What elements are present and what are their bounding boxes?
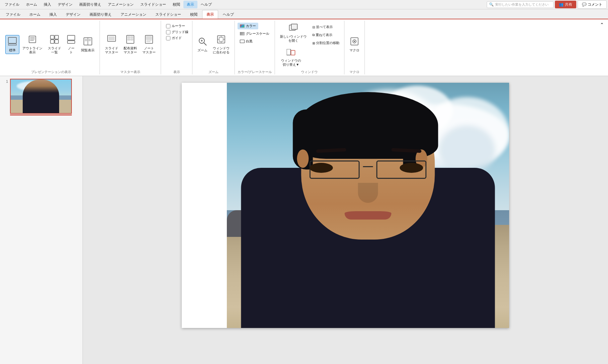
grid-checkbox-label[interactable]: グリッド線	[165, 29, 189, 35]
show-items: ルーラー グリッド線 ガイド	[164, 21, 189, 68]
note-master-label: ノートマスター	[142, 46, 156, 54]
ribbon-tab-表示[interactable]: 表示	[202, 10, 218, 19]
group-label-master: マスター表示	[120, 70, 140, 74]
reading-view-button[interactable]: 閲覧表示	[79, 35, 97, 54]
svg-rect-2	[29, 36, 36, 43]
arrange-icon: ⊟	[312, 25, 315, 29]
menu-item-画面切り替え[interactable]: 画面切り替え	[76, 1, 105, 8]
split-button[interactable]: ⊞ 分割位置の移動	[310, 39, 341, 47]
monochrome-button[interactable]: 白黒	[238, 38, 255, 45]
note-master-button[interactable]: ノートマスター	[140, 33, 158, 56]
ribbon-group-zoom: ズーム ウィンドウに合わせる ズーム	[192, 21, 235, 74]
menu-item-スライドショー[interactable]: スライドショー	[137, 1, 169, 8]
svg-rect-11	[67, 41, 75, 43]
color-button[interactable]: カラー	[238, 23, 258, 29]
macro-label: マクロ	[349, 48, 359, 52]
ribbon-tab-ホーム[interactable]: ホーム	[25, 10, 45, 19]
ribbon-group-master: スライドマスター 配布資料マスター ノートマスター マスター表示	[100, 21, 161, 74]
ribbon-tab-ヘルプ[interactable]: ヘルプ	[218, 10, 238, 19]
menu-item-校閲[interactable]: 校閲	[169, 1, 183, 8]
fit-window-label: ウィンドウに合わせる	[213, 46, 230, 54]
color-swatch	[240, 24, 245, 28]
svg-rect-10	[67, 35, 75, 40]
ribbon-group-show: ルーラー グリッド線 ガイド 表示	[161, 21, 192, 74]
share-icon: 👥	[559, 2, 564, 7]
svg-rect-40	[291, 24, 297, 29]
new-window-button[interactable]: 新しいウィンドウを開く	[278, 22, 309, 44]
handout-master-icon	[126, 35, 135, 46]
slide-white-left	[182, 83, 227, 328]
reading-view-label: 閲覧表示	[81, 48, 95, 52]
main-slide-area[interactable]	[83, 76, 608, 364]
ribbon-tab-ファイル[interactable]: ファイル	[1, 10, 25, 19]
ruler-checkbox-label[interactable]: ルーラー	[165, 23, 186, 29]
search-bar[interactable]: 🔍 実行したい作業を入力してください	[487, 1, 554, 8]
switch-window-label: ウィンドウの切り替え▼	[281, 59, 301, 67]
slide-stage[interactable]	[182, 83, 509, 328]
search-icon: 🔍	[489, 2, 494, 7]
ribbon-tab-アニメーション[interactable]: アニメーション	[116, 10, 151, 19]
split-label: 分割位置の移動	[316, 41, 339, 45]
ribbon-tab-スライドショー[interactable]: スライドショー	[151, 10, 185, 19]
new-window-label: 新しいウィンドウを開く	[280, 35, 307, 43]
menu-item-ヘルプ[interactable]: ヘルプ	[197, 1, 215, 8]
slide-indicator-1	[10, 114, 72, 115]
ribbon-group-presentation-view: 標準 アウトライン表示 スライド一覧	[3, 21, 100, 74]
ribbon-collapse-area: ⌃	[599, 21, 605, 74]
ribbon-tab-挿入[interactable]: 挿入	[45, 10, 61, 19]
ribbon-tab-画面切り替え[interactable]: 画面切り替え	[85, 10, 116, 19]
note-button[interactable]: ノート	[64, 33, 78, 56]
ribbon-tab-校閲[interactable]: 校閲	[186, 10, 202, 19]
zoom-button[interactable]: ズーム	[195, 35, 210, 54]
slide-list-button[interactable]: スライド一覧	[45, 33, 63, 56]
menu-item-表示[interactable]: 表示	[183, 1, 197, 8]
slide-list-icon	[50, 35, 59, 46]
menu-bar: ファイルホーム挿入デザイン画面切り替えアニメーションスライドショー校閲表示ヘルプ…	[0, 0, 608, 9]
group-label-presentation: プレゼンテーションの表示	[31, 70, 71, 74]
guide-checkbox-label[interactable]: ガイド	[165, 35, 183, 41]
standard-view-icon	[8, 37, 17, 48]
ruler-label: ルーラー	[172, 24, 185, 28]
group-label-zoom: ズーム	[208, 70, 218, 74]
ribbon-group-color: カラー グレースケール 白黒 カラー/グレースケール	[235, 21, 275, 74]
slide-master-icon	[107, 35, 116, 46]
slide-thumb-container[interactable]	[10, 79, 72, 115]
svg-rect-24	[131, 39, 133, 40]
cascade-button[interactable]: ⧉ 重ねて表示	[310, 31, 341, 39]
svg-point-45	[354, 41, 355, 42]
handout-master-button[interactable]: 配布資料マスター	[121, 33, 139, 56]
switch-window-button[interactable]: ウィンドウの切り替え▼	[278, 47, 304, 68]
note-icon	[66, 35, 76, 46]
slide-panel: 1	[0, 76, 83, 364]
ribbon-group-window: 新しいウィンドウを開く ⊟ 並べて表示 ⧉ 重ねて表示 ⊞	[275, 21, 344, 74]
guide-checkbox[interactable]	[166, 36, 170, 40]
outline-view-button[interactable]: アウトライン表示	[20, 33, 45, 56]
fit-window-button[interactable]: ウィンドウに合わせる	[210, 33, 232, 56]
comment-button[interactable]: 💬 コメント	[578, 0, 607, 9]
ribbon-collapse-button[interactable]: ⌃	[600, 22, 604, 27]
monochrome-label: 白黒	[246, 39, 253, 44]
slide-thumbnail-1[interactable]	[10, 79, 72, 114]
menu-item-ファイル[interactable]: ファイル	[1, 1, 23, 8]
search-placeholder: 実行したい作業を入力してください	[495, 2, 549, 7]
macro-button[interactable]: マクロ	[347, 35, 362, 54]
menu-item-アニメーション[interactable]: アニメーション	[105, 1, 137, 8]
grayscale-button[interactable]: グレースケール	[238, 30, 272, 37]
ribbon-tab-デザイン[interactable]: デザイン	[61, 10, 85, 19]
background-person	[478, 238, 482, 250]
ruler-checkbox[interactable]	[166, 24, 170, 28]
menu-item-挿入[interactable]: 挿入	[40, 1, 54, 8]
svg-rect-41	[287, 49, 291, 55]
svg-rect-7	[55, 35, 58, 39]
svg-rect-6	[50, 35, 54, 39]
arrange-button[interactable]: ⊟ 並べて表示	[310, 23, 341, 31]
slide-master-button[interactable]: スライドマスター	[103, 33, 121, 56]
menu-item-デザイン[interactable]: デザイン	[54, 1, 76, 8]
zoom-items: ズーム ウィンドウに合わせる	[195, 21, 232, 68]
standard-view-button[interactable]: 標準	[5, 35, 19, 54]
grid-checkbox[interactable]	[166, 30, 170, 34]
svg-rect-21	[128, 36, 130, 38]
menu-item-ホーム[interactable]: ホーム	[23, 1, 40, 8]
ribbon: ファイルホーム挿入デザイン画面切り替えアニメーションスライドショー校閲表示ヘルプ…	[0, 9, 608, 76]
share-button[interactable]: 👥 共有	[555, 1, 576, 8]
